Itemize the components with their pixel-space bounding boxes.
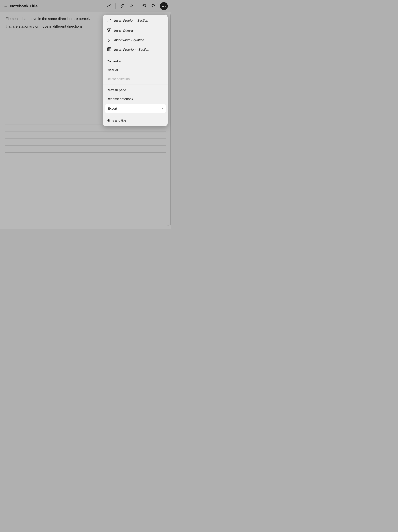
pen-icon[interactable] <box>119 2 125 10</box>
menu-label-refresh-page: Refresh page <box>107 88 126 92</box>
menu-item-insert-math[interactable]: ∑ Insert Math Equation <box>103 36 168 45</box>
menu-section-help: Hints and tips <box>103 115 168 126</box>
eraser-icon[interactable] <box>128 2 135 10</box>
menu-item-insert-freeform[interactable]: Insert Freeform Section <box>103 16 168 25</box>
toolbar-divider-1 <box>116 3 116 9</box>
redo-icon[interactable] <box>150 2 157 10</box>
menu-item-export[interactable]: Export › <box>105 104 166 113</box>
menu-label-delete-selection: Delete selection <box>107 77 130 81</box>
back-button[interactable]: ← <box>4 4 8 9</box>
menu-label-convert-all: Convert all <box>107 59 122 63</box>
math-icon: ∑ <box>107 38 112 42</box>
menu-item-insert-freeform-section[interactable]: Insert Free-form Section <box>103 45 168 55</box>
menu-label-insert-freeform-section: Insert Free-form Section <box>114 48 149 51</box>
undo-icon[interactable] <box>141 2 147 10</box>
line-15 <box>5 131 166 132</box>
svg-rect-2 <box>109 31 110 32</box>
menu-label-rename-notebook: Rename notebook <box>107 97 133 101</box>
menu-item-clear-all[interactable]: Clear all <box>103 66 168 75</box>
menu-label-clear-all: Clear all <box>107 68 119 72</box>
notebook-title: Notebook Title <box>10 4 38 8</box>
line-16 <box>5 138 166 139</box>
toolbar-divider-2 <box>138 3 138 9</box>
menu-item-hints-tips[interactable]: Hints and tips <box>103 116 168 125</box>
svg-rect-0 <box>108 29 109 30</box>
menu-item-convert-all[interactable]: Convert all <box>103 57 168 66</box>
menu-label-export: Export <box>108 107 117 111</box>
dropdown-menu: Insert Freeform Section Insert Diagram ∑… <box>103 14 168 126</box>
scroll-down-icon[interactable]: ⌄ <box>167 223 169 227</box>
menu-section-insert: Insert Freeform Section Insert Diagram ∑… <box>103 15 168 56</box>
export-arrow-icon: › <box>162 107 163 111</box>
toolbar-left: ← Notebook Title <box>4 4 106 9</box>
more-button[interactable]: ••• <box>160 2 168 10</box>
menu-section-notebook: Refresh page Rename notebook Export › <box>103 85 168 115</box>
menu-label-insert-diagram: Insert Diagram <box>114 29 135 32</box>
scrollbar[interactable] <box>170 14 171 225</box>
freeform-icon <box>107 18 112 23</box>
menu-label-insert-math: Insert Math Equation <box>114 38 144 42</box>
svg-rect-1 <box>109 29 111 30</box>
menu-item-refresh-page[interactable]: Refresh page <box>103 86 168 95</box>
menu-label-insert-freeform: Insert Freeform Section <box>114 19 148 23</box>
freeform-section-icon <box>107 47 112 52</box>
svg-rect-3 <box>108 48 111 51</box>
line-17 <box>5 145 166 146</box>
menu-item-delete-selection: Delete selection <box>103 75 168 83</box>
diagram-icon <box>107 28 112 33</box>
menu-section-actions: Convert all Clear all Delete selection <box>103 56 168 85</box>
more-dots: ••• <box>162 4 166 8</box>
menu-item-insert-diagram[interactable]: Insert Diagram <box>103 25 168 36</box>
menu-label-hints-tips: Hints and tips <box>107 119 126 122</box>
handwriting-icon[interactable] <box>106 2 112 10</box>
toolbar-right: ••• <box>106 2 168 10</box>
menu-item-rename-notebook[interactable]: Rename notebook <box>103 95 168 103</box>
toolbar: ← Notebook Title <box>0 0 171 12</box>
